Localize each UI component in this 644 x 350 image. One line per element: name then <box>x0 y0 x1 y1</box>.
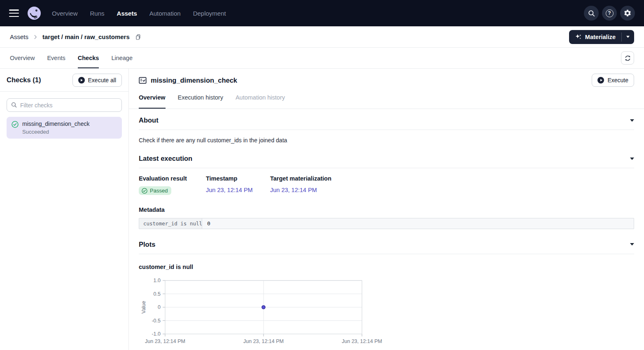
column-target-materialization: Target materialization <box>270 175 331 182</box>
refresh-button[interactable] <box>621 51 634 65</box>
settings-button[interactable] <box>620 6 635 21</box>
check-circle-icon <box>142 188 147 194</box>
latest-execution-grid: Evaluation result Passed Timestamp Jun 2… <box>139 175 634 195</box>
latest-execution-section-header: Latest execution <box>139 155 634 168</box>
breadcrumb: Assets target / main / raw_customers <box>10 33 141 40</box>
plot-title: customer_id is null <box>139 264 634 270</box>
play-icon <box>78 77 85 83</box>
execute-button[interactable]: Execute <box>592 74 634 87</box>
search-icon <box>11 102 17 108</box>
nav-item-assets[interactable]: Assets <box>117 10 137 17</box>
breadcrumb-row: Assets target / main / raw_customers Mat… <box>0 26 644 48</box>
breadcrumb-assets-link[interactable]: Assets <box>10 33 28 40</box>
check-detail-tabs: Overview Execution history Automation hi… <box>129 92 644 109</box>
collapse-caret-icon[interactable] <box>630 243 634 246</box>
passed-badge: Passed <box>139 186 171 195</box>
data-point[interactable] <box>262 306 265 309</box>
ytick-1: 1.0 <box>154 278 161 283</box>
ytick-neg05: -0.5 <box>152 318 161 323</box>
asset-tabs-row: Overview Events Checks Lineage <box>0 48 644 69</box>
column-timestamp: Timestamp <box>206 175 270 182</box>
nav-item-runs[interactable]: Runs <box>90 10 105 17</box>
subtab-execution-history[interactable]: Execution history <box>178 92 223 109</box>
materialize-label: Materialize <box>585 34 616 40</box>
main-nav: Overview Runs Assets Automation Deployme… <box>52 10 226 17</box>
collapse-caret-icon[interactable] <box>630 119 634 122</box>
asset-tabs: Overview Events Checks Lineage <box>10 48 133 68</box>
target-materialization-link[interactable]: Jun 23, 12:14 PM <box>270 187 331 193</box>
check-name: missing_dimension_check <box>22 121 89 127</box>
help-button[interactable]: ? <box>602 6 617 21</box>
check-status: Succeeded <box>22 129 89 135</box>
passed-label: Passed <box>150 188 168 194</box>
execute-all-label: Execute all <box>88 77 116 83</box>
collapse-caret-icon[interactable] <box>630 158 634 160</box>
check-detail-panel: missing_dimension_check Execute Overview… <box>129 69 644 350</box>
xtick-right: Jun 23, 12:14 PM <box>342 338 382 344</box>
ytick-neg1: -1.0 <box>152 331 161 337</box>
copy-icon <box>135 34 141 40</box>
about-heading: About <box>139 116 159 124</box>
ytick-05: 0.5 <box>154 291 161 297</box>
sparkle-icon <box>575 33 582 40</box>
nav-item-overview[interactable]: Overview <box>52 10 78 17</box>
metadata-key: customer_id is null <box>139 218 202 229</box>
tab-events[interactable]: Events <box>47 48 65 68</box>
filter-checks-input[interactable] <box>7 98 122 112</box>
search-icon <box>588 9 595 17</box>
metadata-table: customer_id is null 0 <box>139 218 634 229</box>
asset-check-icon <box>139 77 147 84</box>
gear-icon <box>623 9 632 17</box>
check-list-item[interactable]: missing_dimension_check Succeeded <box>7 117 122 139</box>
check-detail-title: missing_dimension_check <box>151 76 237 84</box>
materialize-dropdown-button[interactable] <box>622 30 634 44</box>
execute-all-button[interactable]: Execute all <box>72 74 122 87</box>
asset-key-path: target / main / raw_customers <box>42 33 130 40</box>
scatter-chart: 1.0 0.5 0 -0.5 -1.0 Value Jun 23, 12:14 … <box>139 277 394 347</box>
y-axis-label: Value <box>141 301 147 313</box>
chevron-right-icon <box>33 34 38 40</box>
about-section-header: About <box>139 116 634 130</box>
subtab-overview[interactable]: Overview <box>139 92 166 109</box>
subtab-automation-history[interactable]: Automation history <box>236 92 285 109</box>
search-button[interactable] <box>584 6 599 21</box>
tab-checks[interactable]: Checks <box>78 48 99 68</box>
copy-button[interactable] <box>135 34 141 40</box>
top-navigation: Overview Runs Assets Automation Deployme… <box>0 0 644 26</box>
menu-icon[interactable] <box>9 9 19 17</box>
refresh-icon <box>624 55 631 62</box>
xtick-left: Jun 23, 12:14 PM <box>145 338 185 344</box>
plots-heading: Plots <box>139 241 155 248</box>
ytick-0: 0 <box>158 304 161 310</box>
tab-overview[interactable]: Overview <box>10 48 35 68</box>
nav-item-deployment[interactable]: Deployment <box>193 10 226 17</box>
metadata-value: 0 <box>202 218 634 229</box>
check-circle-icon <box>12 121 19 128</box>
dagster-logo-icon[interactable] <box>27 6 41 20</box>
materialize-split-button: Materialize <box>569 30 634 44</box>
timestamp-link[interactable]: Jun 23, 12:14 PM <box>206 187 270 193</box>
nav-item-automation[interactable]: Automation <box>149 10 181 17</box>
metadata-heading: Metadata <box>139 206 634 213</box>
chevron-down-icon <box>626 36 630 38</box>
help-icon: ? <box>606 9 614 17</box>
checks-sidebar: Checks (1) Execute all missing_dimension… <box>0 69 129 350</box>
tab-lineage[interactable]: Lineage <box>111 48 133 68</box>
play-icon <box>597 77 604 83</box>
column-evaluation-result: Evaluation result <box>139 175 206 182</box>
latest-execution-heading: Latest execution <box>139 155 192 162</box>
execute-label: Execute <box>607 77 628 83</box>
about-description: Check if there are any null customer_ids… <box>139 137 634 144</box>
plots-section-header: Plots <box>139 241 634 254</box>
value-plot: 1.0 0.5 0 -0.5 -1.0 Value Jun 23, 12:14 … <box>139 277 634 349</box>
materialize-button[interactable]: Materialize <box>569 30 621 44</box>
checks-panel-title: Checks (1) <box>7 76 41 84</box>
xtick-center: Jun 23, 12:14 PM <box>243 338 284 344</box>
